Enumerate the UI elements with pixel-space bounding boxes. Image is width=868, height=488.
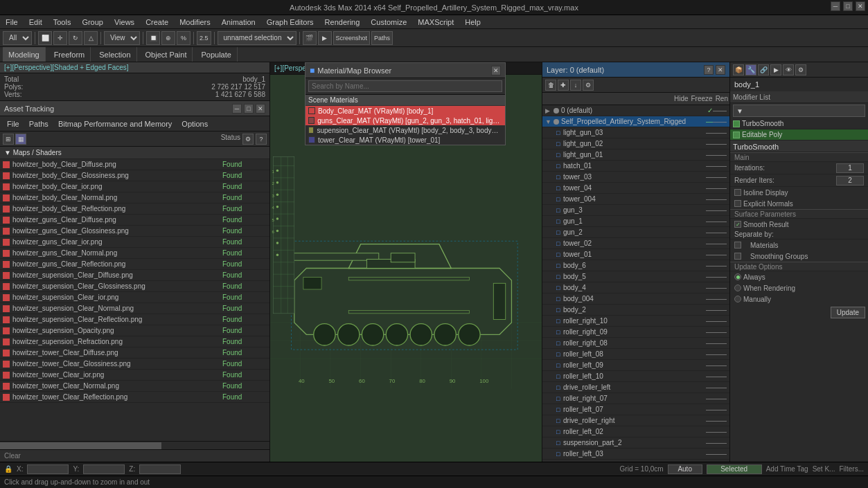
- menu-maxscript[interactable]: MAXScript: [412, 15, 459, 28]
- object-render[interactable]: —: [720, 251, 727, 258]
- list-item[interactable]: □ drive_roller_right — — —: [542, 415, 729, 426]
- asset-row[interactable]: howitzer_supension_Clear_Normal.png Foun…: [0, 303, 269, 314]
- list-item[interactable]: □ light_gun_02 — — —: [542, 138, 729, 150]
- coord-y-field[interactable]: [83, 464, 125, 474]
- asset-help-btn[interactable]: ?: [256, 134, 267, 145]
- object-render[interactable]: —: [720, 284, 727, 291]
- when-rendering-radio-btn[interactable]: [734, 284, 741, 291]
- object-hide[interactable]: —: [706, 262, 713, 269]
- asset-row[interactable]: howitzer_guns_Clear_Reflection.png Found: [0, 259, 269, 270]
- object-hide[interactable]: —: [706, 184, 713, 192]
- object-freeze[interactable]: —: [713, 228, 720, 236]
- asset-scrollbar-thumb[interactable]: [0, 442, 161, 449]
- object-hide[interactable]: —: [706, 228, 713, 236]
- manually-radio[interactable]: Manually: [730, 293, 868, 305]
- object-hide[interactable]: —: [706, 129, 713, 136]
- layer-hide[interactable]: ✓: [707, 107, 713, 114]
- rotate-btn[interactable]: ↻: [69, 31, 82, 45]
- selection-mode[interactable]: Selected: [707, 464, 762, 474]
- asset-tb-btn2[interactable]: ▦: [15, 134, 26, 145]
- asset-row[interactable]: howitzer_tower_Clear_Diffuse.png Found: [0, 347, 269, 359]
- object-freeze[interactable]: —: [713, 184, 720, 192]
- menu-create[interactable]: Create: [140, 15, 174, 28]
- object-hide[interactable]: —: [706, 140, 713, 147]
- object-render[interactable]: —: [720, 417, 727, 424]
- object-hide[interactable]: —: [706, 240, 713, 247]
- object-freeze[interactable]: —: [713, 306, 720, 314]
- object-hide[interactable]: —: [706, 217, 713, 225]
- layer-render[interactable]: —: [720, 107, 727, 114]
- object-hide[interactable]: —: [706, 306, 713, 314]
- object-render[interactable]: —: [720, 406, 727, 413]
- props-utilities-btn[interactable]: ⚙: [795, 64, 806, 75]
- object-render[interactable]: —: [720, 217, 727, 225]
- props-motion-btn[interactable]: ▶: [770, 64, 781, 75]
- object-render[interactable]: —: [720, 317, 727, 325]
- object-render[interactable]: —: [720, 439, 727, 446]
- list-item[interactable]: □ tower_01 — — —: [542, 249, 729, 260]
- paths-btn[interactable]: Paths: [371, 31, 393, 45]
- list-item[interactable]: □ body_5 — — —: [542, 271, 729, 282]
- asset-menu-file[interactable]: File: [3, 116, 24, 131]
- asset-scrollbar[interactable]: [0, 441, 269, 449]
- object-freeze[interactable]: —: [713, 173, 720, 181]
- asset-row[interactable]: howitzer_supension_Clear_Glossiness.png …: [0, 281, 269, 292]
- asset-row[interactable]: howitzer_guns_Clear_ior.png Found: [0, 237, 269, 248]
- list-item[interactable]: □ light_gun_01 — — —: [542, 150, 729, 161]
- list-item[interactable]: □ roller_right_08 — — —: [542, 338, 729, 349]
- object-freeze[interactable]: —: [713, 383, 720, 391]
- asset-row[interactable]: howitzer_supension_Clear_Diffuse.png Fou…: [0, 270, 269, 281]
- object-hide[interactable]: —: [706, 328, 713, 336]
- layer-hide[interactable]: —: [706, 118, 713, 125]
- render-btn[interactable]: ▶: [318, 31, 332, 45]
- layer-row[interactable]: ▶ 0 (default) ✓ — —: [542, 105, 729, 116]
- layer-row[interactable]: ▼ Self_Propelled_Artillery_System_Rigged…: [542, 116, 729, 127]
- asset-row[interactable]: howitzer_body_Clear_Reflection.png Found: [0, 204, 269, 215]
- menu-modifiers[interactable]: Modifiers: [174, 15, 216, 28]
- object-hide[interactable]: —: [706, 195, 713, 203]
- list-item[interactable]: □ suspension_part_2 — — —: [542, 437, 729, 449]
- render-iters-value[interactable]: 2: [836, 176, 864, 186]
- update-button[interactable]: Update: [831, 307, 865, 318]
- object-render[interactable]: —: [720, 162, 727, 170]
- list-item[interactable]: □ roller_left_09 — — —: [542, 360, 729, 371]
- object-render[interactable]: —: [720, 372, 727, 380]
- object-freeze[interactable]: —: [713, 251, 720, 258]
- list-item[interactable]: □ body_2 — — —: [542, 305, 729, 316]
- object-render[interactable]: —: [720, 295, 727, 302]
- layer-move-btn[interactable]: ↓: [570, 80, 581, 91]
- menu-file[interactable]: File: [0, 15, 24, 28]
- object-render[interactable]: —: [720, 273, 727, 280]
- object-hide[interactable]: —: [706, 383, 713, 391]
- close-button[interactable]: ✕: [856, 1, 865, 11]
- materials-check[interactable]: Materials: [730, 240, 868, 251]
- object-freeze[interactable]: —: [713, 372, 720, 380]
- object-freeze[interactable]: —: [713, 339, 720, 347]
- angle-snap-btn[interactable]: ⊕: [161, 31, 175, 45]
- object-hide[interactable]: —: [706, 406, 713, 413]
- mat-browser-title-bar[interactable]: ■ Material/Map Browser ✕: [305, 63, 505, 78]
- minimize-button[interactable]: ─: [831, 1, 840, 11]
- object-render[interactable]: —: [720, 240, 727, 247]
- object-hide[interactable]: —: [706, 251, 713, 258]
- object-freeze[interactable]: —: [713, 273, 720, 280]
- object-freeze[interactable]: —: [713, 395, 720, 402]
- object-hide[interactable]: —: [706, 173, 713, 181]
- object-hide[interactable]: —: [706, 439, 713, 446]
- object-hide[interactable]: —: [706, 417, 713, 424]
- object-freeze[interactable]: —: [713, 162, 720, 170]
- asset-row[interactable]: howitzer_guns_Clear_Normal.png Found: [0, 248, 269, 259]
- always-radio-btn[interactable]: [734, 273, 741, 280]
- list-item[interactable]: □ roller_left_02 — — —: [542, 426, 729, 437]
- props-display2-btn[interactable]: 👁: [783, 64, 794, 75]
- mat-browser-close-btn[interactable]: ✕: [491, 66, 501, 75]
- object-render[interactable]: —: [720, 428, 727, 435]
- named-selection-dropdown[interactable]: unnamed selection: [218, 31, 296, 45]
- iterations-value[interactable]: 1: [836, 163, 864, 173]
- layer-close-btn[interactable]: ✕: [716, 65, 725, 75]
- list-item[interactable]: □ hatch_01 — — —: [542, 161, 729, 172]
- layer-add-btn[interactable]: ✚: [558, 80, 569, 91]
- object-render[interactable]: —: [720, 339, 727, 347]
- materials-checkbox[interactable]: [734, 242, 741, 248]
- scale-btn[interactable]: △: [84, 31, 98, 45]
